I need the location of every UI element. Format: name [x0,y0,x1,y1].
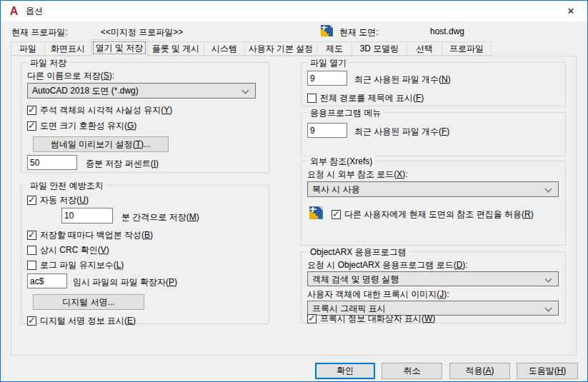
current-drawing-label: 현재 도면: [339,26,379,39]
group-app-menu: 응용프로그램 메뉴 최근 사용된 파일 개수(F) [301,112,566,156]
group-file-save: 파일 저장 다른 이름으로 저장(S): AutoCAD 2018 도면 (*.… [21,62,269,173]
tab-files[interactable]: 파일 [11,41,45,56]
incremental-save-percent-label: 증분 저장 퍼센트(I) [86,158,159,170]
group-file-open-title: 파일 열기 [307,57,349,69]
annotative-fidelity-checkbox[interactable] [27,106,36,115]
log-maintain-checkbox[interactable] [27,261,36,270]
group-file-open: 파일 열기 최근 사용된 파일 개수(N) 전체 경로를 제목에 표시(F) [301,62,566,106]
group-file-safety: 파일 안전 예방조치 자동 저장(U) 분 간격으로 저장(M) 저장할 때마다… [21,185,269,324]
digital-signatures-button[interactable]: 디지털 서명... [33,294,144,310]
window-title: 옵션 [26,5,43,17]
temp-file-ext-label: 임시 파일의 파일 확장자(P) [73,276,177,288]
chevron-down-icon[interactable] [545,305,552,312]
drawing-size-compat-label: 도면 크기 호환성 유지(G) [40,120,136,132]
proxy-info-dialog-label: 프록시 정보 대화상자 표시(W) [320,313,435,325]
full-path-title-label: 전체 경로를 제목에 표시(F) [320,92,424,104]
backup-row[interactable]: 저장할 때마다 백업본 작성(B) [27,229,153,241]
close-icon[interactable]: ✕ [554,1,587,21]
proxy-images-label: 사용자 객체에 대한 프록시 이미지(J): [307,288,449,301]
incremental-save-percent-input[interactable] [27,155,77,170]
crc-checkbox[interactable] [27,246,36,255]
arx-demand-load-select[interactable]: 객체 검색 및 명령 실행 [307,271,559,286]
xref-allow-edit-label: 다른 사용자에게 현재 도면의 참조 편집을 허용(R) [344,208,534,221]
title-bar: A 옵션 ✕ [1,1,587,21]
autosave-label: 자동 저장(U) [40,194,89,206]
annotative-fidelity-row[interactable]: 주석 객체의 시각적 사실성 유지(Y) [27,104,172,116]
full-path-title-row[interactable]: 전체 경로를 제목에 표시(F) [307,92,424,104]
proxy-info-dialog-row[interactable]: 프록시 정보 대화상자 표시(W) [307,313,435,325]
autosave-interval-label: 분 간격으로 저장(M) [121,211,199,223]
autocad-logo-icon: A [8,5,20,17]
tab-display[interactable]: 화면표시 [44,41,91,56]
backup-checkbox[interactable] [27,231,36,240]
full-path-title-checkbox[interactable] [307,94,317,103]
save-as-format-select[interactable]: AutoCAD 2018 도면 (*.dwg) [27,83,256,99]
group-xrefs-title: 외부 참조(Xrefs) [307,156,375,168]
tab-3d-modeling[interactable]: 3D 모델링 [352,41,407,56]
group-app-menu-title: 응용프로그램 메뉴 [307,107,384,119]
xref-allow-edit-checkbox[interactable] [332,210,341,219]
xref-allow-edit-row[interactable]: 다른 사용자에게 현재 도면의 참조 편집을 허용(R) [332,208,534,221]
proxy-info-dialog-checkbox[interactable] [307,314,317,323]
annotative-fidelity-label: 주석 객체의 시각적 사실성 유지(Y) [40,104,172,116]
xref-demand-load-value: 복사 시 사용 [312,184,360,194]
proxy-images-value: 프록시 그래픽 표시 [312,303,386,313]
current-drawing-value: host.dwg [430,26,464,36]
tab-drafting[interactable]: 제도 [317,41,352,56]
help-button[interactable]: 도움말(H) [517,363,578,379]
log-maintain-row[interactable]: 로그 파일 유지보수(L) [27,259,124,271]
options-dialog: A 옵션 ✕ 현재 프로파일: <<미지정 프로파일>> 현재 도면: host… [0,0,588,382]
chevron-down-icon[interactable] [545,276,552,283]
app-menu-recent-files-label: 최근 사용된 파일 개수(F) [354,126,449,138]
apply-button[interactable]: 적용(A) [449,363,510,379]
chevron-down-icon[interactable] [545,186,552,193]
tab-open-and-save[interactable]: 열기 및 저장 [91,39,148,56]
group-objectarx-title: ObjectARX 응용프로그램 [307,246,409,258]
chevron-down-icon[interactable] [242,87,249,94]
tab-profiles[interactable]: 프로파일 [442,41,492,56]
drawing-size-compat-checkbox[interactable] [27,121,36,131]
log-maintain-label: 로그 파일 유지보수(L) [40,259,124,271]
signature-info-label: 디지털 서명 정보 표시(E) [40,315,136,327]
signature-info-checkbox[interactable] [27,316,36,326]
autosave-interval-input[interactable] [61,208,113,223]
group-objectarx: ObjectARX 응용프로그램 요청 시 ObjectARX 응용프로그램 로… [301,251,566,323]
tab-bar: 파일 화면표시 열기 및 저장 플롯 및 게시 시스템 사용자 기본 설정 제도… [11,40,491,56]
save-as-format-value: AutoCAD 2018 도면 (*.dwg) [32,86,139,96]
arx-demand-load-value: 객체 검색 및 명령 실행 [312,274,399,284]
current-profile-label: 현재 프로파일: [11,26,68,39]
backup-label: 저장할 때마다 백업본 작성(B) [40,229,153,241]
tab-system[interactable]: 시스템 [204,41,245,56]
current-profile-value: <<미지정 프로파일>> [101,26,183,39]
signature-info-row[interactable]: 디지털 서명 정보 표시(E) [27,315,136,327]
group-xrefs: 외부 참조(Xrefs) 요청 시 외부 참조 로드(X): 복사 시 사용 다… [301,161,566,246]
tab-plot-publish[interactable]: 플롯 및 게시 [147,41,204,56]
autosave-row[interactable]: 자동 저장(U) [27,194,89,206]
group-file-save-title: 파일 저장 [27,57,69,69]
save-as-label: 다른 이름으로 저장(S): [27,70,114,82]
crc-label: 상시 CRC 확인(V) [40,244,109,256]
xref-demand-load-label: 요청 시 외부 참조 로드(X): [307,169,408,181]
ok-button[interactable]: 확인 [315,363,375,379]
temp-file-ext-input[interactable] [27,273,67,288]
tab-user-preferences[interactable]: 사용자 기본 설정 [244,41,317,56]
group-file-safety-title: 파일 안전 예방조치 [27,180,106,192]
dwg-file-icon [309,206,324,221]
tab-selection[interactable]: 선택 [407,41,442,56]
dwg-file-icon [320,24,334,38]
cancel-button[interactable]: 취소 [382,363,442,379]
thumbnail-preview-settings-button[interactable]: 썸네일 미리보기 설정(T)... [33,136,169,152]
recent-files-count-input[interactable] [307,71,347,86]
crc-row[interactable]: 상시 CRC 확인(V) [27,244,109,256]
arx-demand-load-label: 요청 시 ObjectARX 응용프로그램 로드(D): [307,259,468,271]
drawing-size-compat-row[interactable]: 도면 크기 호환성 유지(G) [27,120,136,132]
xref-demand-load-select[interactable]: 복사 시 사용 [307,181,559,197]
recent-files-count-label: 최근 사용된 파일 개수(N) [354,74,451,86]
app-menu-recent-files-input[interactable] [307,123,347,138]
autosave-checkbox[interactable] [27,196,36,205]
